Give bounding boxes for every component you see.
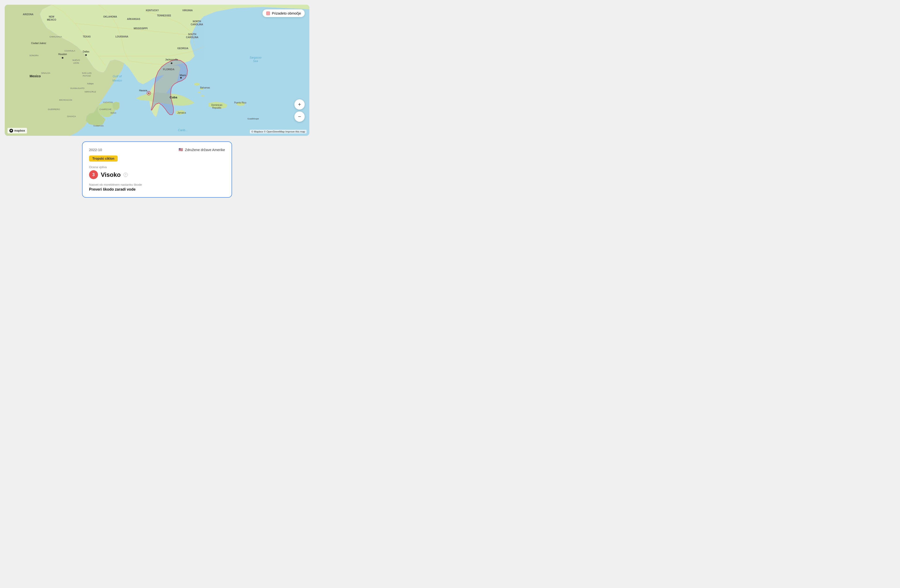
svg-text:Houston: Houston xyxy=(58,53,67,56)
svg-text:Dominican: Dominican xyxy=(211,104,222,106)
svg-text:CAROLINA: CAROLINA xyxy=(191,23,203,26)
card-country: 🇺🇸 Združene države Amerike xyxy=(178,147,225,152)
svg-text:VIRGINIA: VIRGINIA xyxy=(182,9,192,12)
svg-text:SOUTH: SOUTH xyxy=(188,33,196,36)
svg-text:Guadeloupe: Guadeloupe xyxy=(247,118,259,120)
svg-text:Jacksonville: Jacksonville xyxy=(165,58,178,61)
svg-text:ARIZONA: ARIZONA xyxy=(23,13,34,16)
card-header: 2022-10 🇺🇸 Združene države Amerike xyxy=(89,147,225,152)
info-card: 2022-10 🇺🇸 Združene države Amerike Trops… xyxy=(82,141,232,198)
svg-text:Gulf of: Gulf of xyxy=(113,74,122,78)
svg-text:Guatemala: Guatemala xyxy=(93,125,104,127)
svg-point-9 xyxy=(171,62,172,64)
svg-text:Carib...: Carib... xyxy=(178,128,188,132)
svg-point-3 xyxy=(198,92,201,93)
svg-text:GUERRERO: GUERRERO xyxy=(48,108,60,110)
svg-text:Puerto Rico: Puerto Rico xyxy=(234,101,247,104)
svg-text:YUCATÁN: YUCATÁN xyxy=(103,101,113,104)
page-wrapper: KENTUCKY VIRGINIA TENNESSEE NORTH CAROLI… xyxy=(0,0,314,202)
svg-point-8 xyxy=(62,57,64,59)
svg-text:Republic: Republic xyxy=(213,107,222,109)
card-date: 2022-10 xyxy=(89,148,102,152)
svg-text:Belize: Belize xyxy=(111,112,116,114)
svg-text:CAROLINA: CAROLINA xyxy=(186,36,199,39)
country-flag: 🇺🇸 xyxy=(178,147,183,152)
svg-text:Havana: Havana xyxy=(139,89,147,92)
svg-text:CAMPECHE: CAMPECHE xyxy=(99,108,111,110)
svg-text:Mexico: Mexico xyxy=(29,74,40,78)
zoom-in-button[interactable]: + xyxy=(294,99,305,110)
map-container: KENTUCKY VIRGINIA TENNESSEE NORTH CAROLI… xyxy=(5,5,309,136)
svg-text:Sargasso: Sargasso xyxy=(250,56,262,59)
svg-text:Miami: Miami xyxy=(180,74,186,77)
mapbox-logo: mapbox xyxy=(8,128,27,133)
type-badge: Tropski ciklon xyxy=(89,155,118,162)
legend-color-indicator xyxy=(266,11,270,15)
svg-text:MISSISSIPPI: MISSISSIPPI xyxy=(133,27,147,30)
country-name: Združene države Amerike xyxy=(185,148,225,152)
svg-text:NEW: NEW xyxy=(49,15,54,18)
svg-text:SINALOA: SINALOA xyxy=(41,72,50,74)
svg-text:TENNESSEE: TENNESSEE xyxy=(157,14,171,17)
svg-point-10 xyxy=(180,77,182,79)
legend-button[interactable]: Prizadeto območje xyxy=(262,9,305,17)
svg-point-1 xyxy=(194,83,200,86)
help-icon[interactable]: ? xyxy=(124,173,128,177)
svg-text:Dallas: Dallas xyxy=(83,50,89,53)
svg-text:Sea: Sea xyxy=(253,59,258,63)
svg-text:NORTH: NORTH xyxy=(192,20,201,23)
svg-text:KENTUCKY: KENTUCKY xyxy=(146,9,159,12)
svg-text:Cuba: Cuba xyxy=(170,96,177,99)
advice-label: Nasvet ob morebitnem nastanku škode xyxy=(89,183,225,186)
svg-text:LOUISIANA: LOUISIANA xyxy=(116,36,129,38)
svg-text:VERACRUZ: VERACRUZ xyxy=(84,91,96,93)
impact-row: 3 Visoko ? xyxy=(89,170,225,179)
svg-text:TEXAS: TEXAS xyxy=(83,36,91,38)
svg-text:POTOSÍ: POTOSÍ xyxy=(83,75,91,77)
svg-text:ARKANSAS: ARKANSAS xyxy=(127,18,140,20)
svg-text:LEÓN: LEÓN xyxy=(73,62,79,64)
svg-text:GUANAJUATO: GUANAJUATO xyxy=(70,87,85,90)
svg-text:Xalapa: Xalapa xyxy=(87,82,93,85)
svg-text:OKLAHOMA: OKLAHOMA xyxy=(103,15,117,18)
svg-text:Ciudad Juárez: Ciudad Juárez xyxy=(31,42,46,45)
impact-label: Ocena vpliva xyxy=(89,165,225,169)
svg-text:SONORA: SONORA xyxy=(29,54,39,57)
svg-text:GEORGIA: GEORGIA xyxy=(177,47,188,50)
svg-point-7 xyxy=(85,54,87,56)
svg-text:MEXICO: MEXICO xyxy=(47,19,56,21)
advice-text: Preveri škodo zaradi vode xyxy=(89,187,225,192)
svg-text:CHIHUAHUA: CHIHUAHUA xyxy=(50,36,62,38)
svg-text:Mexico: Mexico xyxy=(112,79,122,82)
zoom-out-button[interactable]: − xyxy=(294,111,305,122)
svg-point-11 xyxy=(148,93,149,94)
svg-text:OAXACA: OAXACA xyxy=(67,115,76,118)
legend-label: Prizadeto območje xyxy=(272,11,301,15)
map-attribution: © Mapbox © OpenStreetMap Improve this ma… xyxy=(250,130,307,133)
mapbox-text: mapbox xyxy=(14,129,25,132)
svg-text:Jamaica: Jamaica xyxy=(177,111,186,114)
impact-text: Visoko xyxy=(101,171,121,178)
svg-text:FLORIDA: FLORIDA xyxy=(163,68,175,71)
svg-text:NUEVO: NUEVO xyxy=(73,59,80,61)
zoom-controls: + − xyxy=(294,99,305,122)
impact-number: 3 xyxy=(89,170,98,179)
svg-text:COAHUILA: COAHUILA xyxy=(64,50,75,52)
svg-text:Bahamas: Bahamas xyxy=(200,87,210,89)
svg-text:SAN LUIS: SAN LUIS xyxy=(82,72,92,74)
svg-point-4 xyxy=(201,95,204,97)
svg-text:MICHOACÁN: MICHOACÁN xyxy=(59,99,72,101)
improve-map-link[interactable]: Improve this map xyxy=(286,130,305,133)
